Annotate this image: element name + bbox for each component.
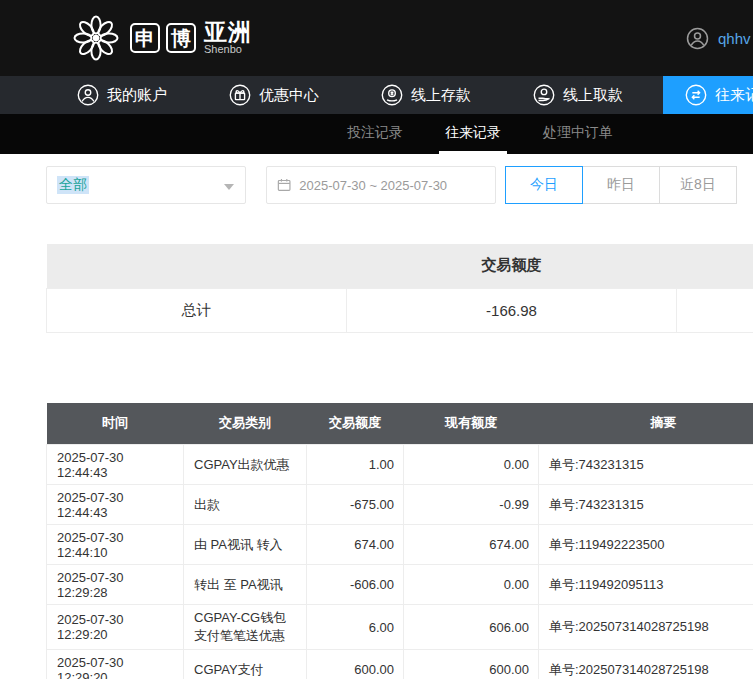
cell-amount: -675.00 <box>307 485 404 525</box>
tab-processing-orders[interactable]: 处理中订单 <box>537 114 619 154</box>
quick-date-buttons: 今日 昨日 近8日 <box>506 166 737 204</box>
browser-viewport: 申 博 亚洲 Shenbo qhhv <box>0 0 753 679</box>
summary-header-empty-2 <box>677 244 753 288</box>
date-range-picker[interactable] <box>266 166 496 204</box>
promo-icon <box>229 84 251 106</box>
cell-type: CGPAY出款优惠 <box>184 445 307 485</box>
table-row: 2025-07-30 12:29:20 CGPAY支付 600.00 600.0… <box>47 650 753 679</box>
cell-amount: 674.00 <box>307 525 404 565</box>
date-range-input[interactable] <box>299 178 485 193</box>
brand-name[interactable]: 申 博 亚洲 Shenbo <box>130 20 252 56</box>
summary-header-row: 交易额度 <box>47 244 753 288</box>
brand-char-2: 博 <box>166 23 196 53</box>
records-table: 时间 交易类别 交易额度 现有额度 摘要 2025-07-30 12:44:43… <box>46 403 753 679</box>
nav-label: 线上取款 <box>563 86 623 105</box>
page: 申 博 亚洲 Shenbo qhhv <box>0 0 753 679</box>
nav-item-transaction-records[interactable]: 往来记录 <box>663 76 753 114</box>
cell-time: 2025-07-30 12:44:10 <box>47 525 184 565</box>
summary-header-amount: 交易额度 <box>347 244 677 288</box>
cell-memo: 单号:743231315 <box>539 485 753 525</box>
user-account-area[interactable]: qhhv <box>686 0 751 76</box>
brand-char-1: 申 <box>130 23 160 53</box>
user-avatar-icon <box>686 27 709 50</box>
withdraw-icon <box>533 84 555 106</box>
records-header-row: 时间 交易类别 交易额度 现有额度 摘要 <box>47 403 753 445</box>
yesterday-button[interactable]: 昨日 <box>582 166 660 204</box>
cell-time: 2025-07-30 12:44:43 <box>47 485 184 525</box>
summary-total-value: -166.98 <box>347 288 677 332</box>
nav-item-promotions[interactable]: 优惠中心 <box>207 76 341 114</box>
cell-balance: 600.00 <box>404 650 539 679</box>
last-8-days-button[interactable]: 近8日 <box>659 166 737 204</box>
deposit-icon <box>381 84 403 106</box>
tab-bet-records[interactable]: 投注记录 <box>341 114 409 154</box>
nav-label: 线上存款 <box>411 86 471 105</box>
table-row: 2025-07-30 12:44:43 CGPAY出款优惠 1.00 0.00 … <box>47 445 753 485</box>
flower-logo-icon <box>72 14 120 62</box>
type-select-value: 全部 <box>57 176 89 194</box>
brand-subtitle: Shenbo <box>204 44 252 56</box>
cell-amount: 6.00 <box>307 605 404 650</box>
col-header-balance: 现有额度 <box>404 403 539 445</box>
col-header-memo: 摘要 <box>539 403 753 445</box>
cell-balance: -0.99 <box>404 485 539 525</box>
table-row: 2025-07-30 12:44:43 出款 -675.00 -0.99 单号:… <box>47 485 753 525</box>
nav-label: 优惠中心 <box>259 86 319 105</box>
brand-region: 亚洲 <box>204 20 252 44</box>
nav-item-my-account[interactable]: 我的账户 <box>55 76 189 114</box>
brand-logo[interactable] <box>72 14 120 62</box>
cell-balance: 674.00 <box>404 525 539 565</box>
nav-item-withdraw[interactable]: 线上取款 <box>511 76 645 114</box>
nav-label: 我的账户 <box>107 86 167 105</box>
brand-text: 亚洲 Shenbo <box>204 20 252 56</box>
record-tabs: 投注记录 往来记录 处理中订单 <box>0 114 753 154</box>
table-row: 2025-07-30 12:29:20 CGPAY-CG钱包支付笔笔送优惠 6.… <box>47 605 753 650</box>
nav-item-deposit[interactable]: 线上存款 <box>359 76 493 114</box>
top-header: 申 博 亚洲 Shenbo qhhv <box>0 0 753 76</box>
cell-memo: 单号:119492223500 <box>539 525 753 565</box>
table-row: 2025-07-30 12:29:28 转出 至 PA视讯 -606.00 0.… <box>47 565 753 605</box>
calendar-icon <box>277 177 291 193</box>
cell-time: 2025-07-30 12:29:20 <box>47 605 184 650</box>
cell-type: CGPAY支付 <box>184 650 307 679</box>
type-select[interactable]: 全部 <box>46 166 246 204</box>
today-button[interactable]: 今日 <box>505 166 583 204</box>
cell-amount: 1.00 <box>307 445 404 485</box>
cell-balance: 606.00 <box>404 605 539 650</box>
cell-memo: 单号:202507314028725198 <box>539 605 753 650</box>
summary-total-label: 总计 <box>47 288 347 332</box>
cell-amount: 600.00 <box>307 650 404 679</box>
filter-bar: 全部 今日 昨日 <box>46 166 753 204</box>
cell-balance: 0.00 <box>404 565 539 605</box>
cell-time: 2025-07-30 12:29:20 <box>47 650 184 679</box>
cell-amount: -606.00 <box>307 565 404 605</box>
cell-time: 2025-07-30 12:29:28 <box>47 565 184 605</box>
cell-memo: 单号:743231315 <box>539 445 753 485</box>
cell-memo: 单号:119492095113 <box>539 565 753 605</box>
account-icon <box>77 84 99 106</box>
tab-transaction-records[interactable]: 往来记录 <box>439 114 507 154</box>
content-area: 全部 今日 昨日 <box>0 154 753 679</box>
cell-type: 转出 至 PA视讯 <box>184 565 307 605</box>
cell-balance: 0.00 <box>404 445 539 485</box>
cell-type: CGPAY-CG钱包支付笔笔送优惠 <box>184 605 307 650</box>
nav-label: 往来记录 <box>715 86 753 105</box>
summary-header-empty <box>47 244 347 288</box>
cell-type: 由 PA视讯 转入 <box>184 525 307 565</box>
col-header-type: 交易类别 <box>184 403 307 445</box>
col-header-time: 时间 <box>47 403 184 445</box>
table-row: 2025-07-30 12:44:10 由 PA视讯 转入 674.00 674… <box>47 525 753 565</box>
summary-table: 交易额度 总计 -166.98 <box>46 244 753 333</box>
col-header-amount: 交易额度 <box>307 403 404 445</box>
summary-total-empty <box>677 288 753 332</box>
summary-total-row: 总计 -166.98 <box>47 288 753 332</box>
chevron-down-icon <box>224 184 234 190</box>
cell-type: 出款 <box>184 485 307 525</box>
main-nav: 我的账户 优惠中心 <box>0 76 753 114</box>
username-text[interactable]: qhhv <box>718 30 751 47</box>
cell-time: 2025-07-30 12:44:43 <box>47 445 184 485</box>
cell-memo: 单号:202507314028725198 <box>539 650 753 679</box>
records-icon <box>685 84 707 106</box>
